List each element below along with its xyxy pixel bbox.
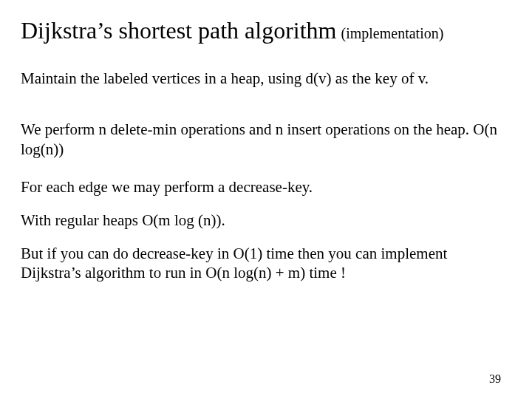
page-title: Dijkstra’s shortest path algorithm [21,18,337,44]
paragraph-5: But if you can do decrease-key in O(1) t… [21,244,508,284]
page-number: 39 [489,372,501,386]
slide: Dijkstra’s shortest path algorithm (impl… [0,0,532,399]
title-row: Dijkstra’s shortest path algorithm (impl… [21,18,511,44]
spacer [21,106,511,120]
paragraph-2: We perform n delete-min operations and n… [21,120,508,160]
paragraph-4: With regular heaps O(m log (n)). [21,211,508,231]
paragraph-1: Maintain the labeled vertices in a heap,… [21,69,508,89]
page-subtitle: (implementation) [341,25,444,41]
paragraph-3: For each edge we may perform a decrease-… [21,177,508,197]
